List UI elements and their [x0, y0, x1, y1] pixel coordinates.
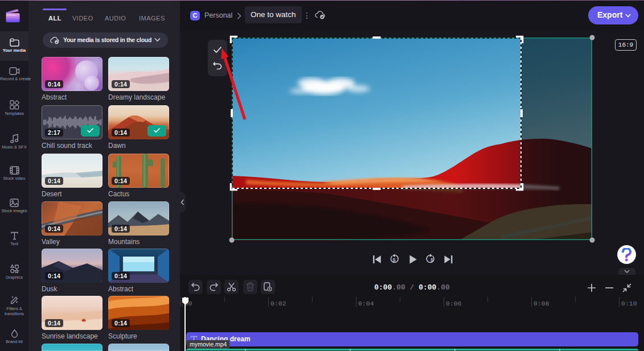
svg-text:0:02: 0:02	[270, 300, 286, 307]
svg-text:0:08: 0:08	[534, 300, 549, 307]
svg-text:0:04: 0:04	[358, 300, 374, 307]
svg-text:0:10: 0:10	[621, 300, 637, 307]
svg-text:0:06: 0:06	[446, 300, 462, 307]
svg-text:5: 5	[393, 257, 396, 263]
svg-text:5: 5	[430, 257, 433, 263]
